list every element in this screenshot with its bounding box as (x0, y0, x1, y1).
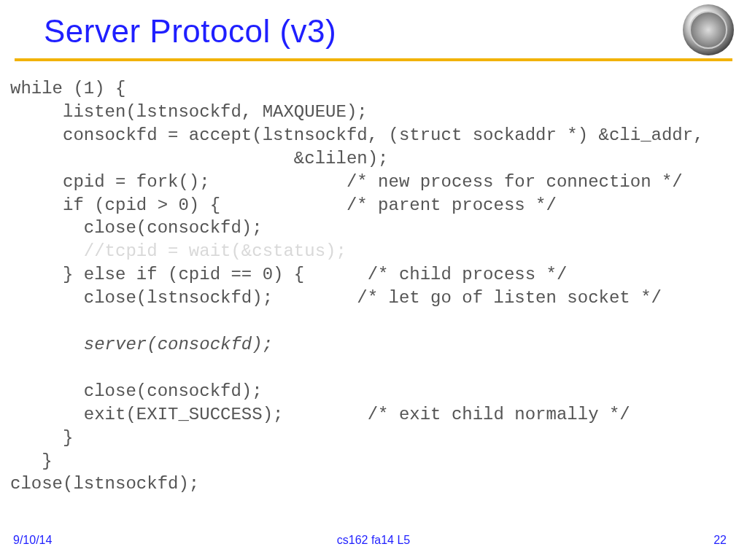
code-line: cpid = fork(); /* new process for connec… (10, 172, 683, 192)
code-line: close(consockfd); (10, 381, 263, 401)
code-line: listen(lstnsockfd, MAXQUEUE); (10, 102, 368, 122)
code-line: consockfd = accept(lstnsockfd, (struct s… (10, 125, 704, 145)
seal-inner-icon (689, 11, 727, 49)
code-line: if (cpid > 0) { /* parent process */ (10, 195, 557, 215)
code-line: close(lstnsockfd); /* let go of listen s… (10, 288, 662, 308)
code-line-comment: //tcpid = wait(&cstatus); (10, 241, 347, 261)
footer-date: 9/10/14 (13, 534, 52, 547)
code-line: } else if (cpid == 0) { /* child process… (10, 265, 567, 284)
slide-header: Server Protocol (v3) (0, 0, 747, 50)
code-line: &clilen); (10, 149, 388, 168)
slide-title: Server Protocol (v3) (44, 13, 703, 50)
footer-course: cs162 fa14 L5 (337, 534, 411, 547)
slide: Server Protocol (v3) while (1) { listen(… (0, 0, 747, 560)
code-line: close(lstnsockfd); (10, 474, 199, 494)
code-block: while (1) { listen(lstnsockfd, MAXQUEUE)… (0, 61, 747, 496)
code-line: while (1) { (10, 79, 125, 98)
code-line: } (10, 451, 53, 471)
code-line: exit(EXIT_SUCCESS); /* exit child normal… (10, 405, 630, 424)
university-seal-icon (683, 4, 734, 55)
code-line: close(consockfd); (10, 218, 263, 238)
code-line: } (10, 428, 73, 448)
footer-page-number: 22 (713, 534, 727, 547)
slide-footer: 9/10/14 cs162 fa14 L5 22 (0, 534, 747, 547)
code-line-call: server(consockfd); (10, 335, 273, 354)
